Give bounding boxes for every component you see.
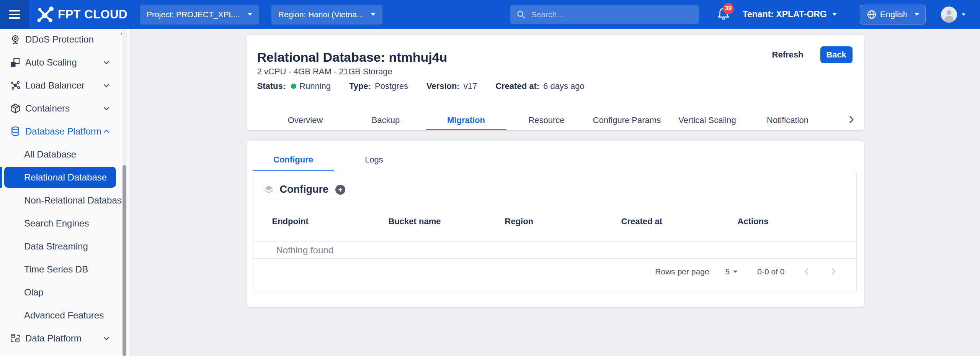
rows-per-page-value: 5 (725, 267, 730, 276)
pagination: Rows per page 5 0-0 of 0 (655, 259, 838, 285)
pagination-prev-chevron[interactable] (802, 266, 812, 277)
sidebar-item-advanced-features[interactable]: Advanced Features (0, 304, 130, 327)
status-row: Status: Running Type: Postgres Version: … (257, 81, 585, 91)
globe-icon (866, 9, 877, 20)
page-title: Relational Database: ntmhuj4u (257, 50, 448, 65)
database-icon (9, 125, 21, 138)
tab-resource[interactable]: Resource (506, 110, 587, 130)
region-dropdown[interactable]: Region: Hanoi (Vietna... (271, 5, 383, 25)
sidebar-item-search-engines[interactable]: Search Engines (0, 212, 130, 235)
sidebar-item-relational-database[interactable]: Relational Database (4, 167, 116, 188)
sidebar-item-label: Time Series DB (24, 264, 88, 275)
chevron-down-icon (102, 58, 111, 67)
molecule-logo-icon (35, 5, 55, 25)
created-at-value: 6 days ago (543, 81, 585, 91)
configure-section-header: Configure + (263, 184, 346, 195)
refresh-button[interactable]: Refresh (770, 49, 806, 60)
sidebar-item-load-balancer[interactable]: Load Balancer (0, 74, 130, 97)
main-content: Relational Database: ntmhuj4u Refresh Ba… (130, 29, 980, 356)
sidebar-item-time-series-db[interactable]: Time Series DB (0, 258, 130, 281)
migration-subtabs: Configure Logs (253, 148, 415, 171)
hamburger-menu-icon[interactable] (0, 0, 29, 29)
header-actions: Refresh Back (770, 46, 853, 63)
sidebar-item-label: Containers (25, 103, 70, 114)
back-button[interactable]: Back (820, 46, 853, 63)
sidebar-item-ddos-protection[interactable]: DDoS Protection (0, 28, 130, 51)
tab-backup[interactable]: Backup (346, 110, 426, 130)
layers-icon (263, 184, 274, 195)
chevron-up-icon (102, 127, 111, 136)
rows-per-page-select[interactable]: 5 (723, 267, 740, 277)
search-input[interactable] (531, 10, 693, 20)
version-value: v17 (464, 81, 477, 91)
column-header-created-at: Created at (621, 217, 738, 226)
sidebar-item-label: Non-Relational Database (24, 195, 127, 206)
sidebar-item-non-relational-database[interactable]: Non-Relational Database (0, 189, 130, 212)
sidebar-item-auto-scaling[interactable]: Auto Scaling (0, 51, 130, 74)
region-dropdown-label: Region: Hanoi (Vietna... (278, 10, 364, 19)
subtab-logs[interactable]: Logs (334, 148, 415, 171)
tab-vertical-scaling[interactable]: Vertical Scaling (667, 110, 748, 130)
sidebar-item-label: Relational Database (24, 172, 107, 183)
table-header-row: Endpoint Bucket name Region Created at A… (253, 201, 856, 242)
sidebar-item-containers[interactable]: Containers (0, 97, 130, 120)
project-dropdown[interactable]: Project: PROJECT_XPL... (140, 5, 259, 25)
global-search (510, 5, 699, 24)
pagination-range: 0-0 of 0 (757, 267, 784, 276)
version-label: Version: (426, 81, 460, 91)
subtab-configure[interactable]: Configure (253, 148, 334, 171)
containers-package-icon (9, 102, 21, 115)
configure-panel: Configure + Endpoint Bucket name Region … (253, 171, 857, 292)
ddos-protection-icon (9, 33, 21, 46)
chevron-down-icon (733, 271, 737, 273)
tab-configure-params[interactable]: Configure Params (587, 110, 667, 130)
sidebar-item-label: Database Platform (25, 126, 101, 137)
logo-text: FPT CLOUD (58, 8, 127, 21)
column-header-region: Region (505, 217, 621, 226)
tab-notification[interactable]: Notification (748, 110, 828, 130)
status-value: Running (299, 81, 331, 91)
tab-migration[interactable]: Migration (426, 110, 506, 130)
active-item-indicator-bar (0, 167, 2, 188)
sidebar-item-label: Search Engines (24, 218, 89, 229)
sidebar-item-database-platform[interactable]: Database Platform (0, 120, 130, 143)
sidebar-scrollbar-thumb[interactable] (122, 165, 126, 356)
chevron-down-icon (248, 13, 252, 16)
tab-overview[interactable]: Overview (265, 110, 346, 130)
chevron-down-icon (102, 104, 111, 113)
chevron-down-icon (102, 334, 111, 343)
pagination-next-chevron[interactable] (828, 266, 838, 277)
sidebar-item-data-streaming[interactable]: Data Streaming (0, 235, 130, 258)
sidebar-item-label: Advanced Features (24, 310, 104, 321)
notifications-bell-button[interactable]: 39 (717, 6, 730, 23)
detail-tabs: Overview Backup Migration Resource Confi… (265, 110, 864, 130)
column-header-bucket-name: Bucket name (389, 217, 505, 226)
sidebar-item-label: Olap (24, 287, 44, 298)
language-dropdown[interactable]: English (860, 5, 926, 25)
tabs-scroll-right-chevron[interactable] (846, 114, 857, 126)
sidebar-item-label: Data Streaming (24, 241, 88, 252)
table-empty-row: Nothing found (253, 242, 856, 259)
app-window: FPT CLOUD Project: PROJECT_XPL... Region… (0, 0, 980, 356)
fpt-cloud-logo: FPT CLOUD (35, 5, 127, 25)
created-at-label: Created at: (495, 81, 539, 91)
status-label: Status: (257, 81, 286, 91)
sidebar-item-data-platform[interactable]: Data Platform (0, 327, 130, 350)
add-configure-button[interactable]: + (335, 185, 345, 195)
chevron-down-icon (832, 13, 837, 16)
configure-section-title: Configure (280, 184, 329, 195)
chevron-down-icon (962, 13, 965, 16)
sidebar-item-label: All Database (24, 149, 76, 160)
chevron-down-icon (371, 13, 376, 16)
sidebar-item-all-database[interactable]: All Database (0, 143, 130, 166)
empty-state-text: Nothing found (276, 245, 333, 256)
sidebar-item-label: Load Balancer (25, 80, 85, 91)
tenant-dropdown[interactable]: Tenant: XPLAT-ORG (740, 9, 839, 20)
sidebar-navigation: DDoS Protection Auto Scaling (0, 29, 131, 356)
chevron-down-icon (102, 81, 111, 90)
user-avatar-menu[interactable] (941, 7, 965, 23)
sidebar-item-label: Data Platform (25, 333, 82, 344)
top-navbar: FPT CLOUD Project: PROJECT_XPL... Region… (0, 0, 980, 29)
avatar (941, 7, 957, 23)
sidebar-item-olap[interactable]: Olap (0, 281, 130, 304)
